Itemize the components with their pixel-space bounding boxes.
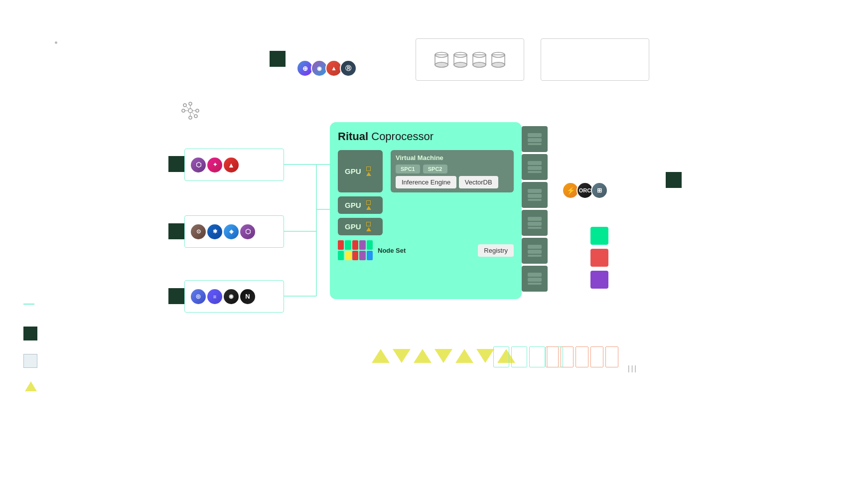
swatch-purple	[590, 271, 608, 289]
svg-rect-34	[528, 166, 542, 170]
bottom-right-dots: |||	[628, 364, 638, 373]
svg-point-15	[435, 62, 448, 67]
node-set-label: Node Set	[378, 247, 406, 254]
svg-rect-46	[528, 278, 542, 282]
svg-point-3	[182, 109, 185, 112]
vm-box: Virtual Machine SPC1 SPC2 Inference Engi…	[391, 150, 514, 192]
server-stack-box-1	[416, 38, 524, 81]
svg-rect-37	[528, 194, 542, 198]
swatch-red	[590, 249, 608, 267]
svg-rect-32	[528, 143, 542, 145]
ritual-coprocessor-box: Ritual Coprocessor GPU Virtual Machine S…	[330, 122, 522, 299]
node-row-box-2: ⊙ ✱ ◈ ⬡	[184, 215, 284, 248]
bottom-rect-group-2	[546, 346, 618, 367]
svg-point-18	[454, 62, 467, 67]
node-row-box-3: ◎ ≡ ◉ N	[184, 280, 284, 313]
svg-point-6	[194, 115, 197, 118]
vectordb-btn: VectorDB	[459, 176, 498, 188]
svg-rect-39	[528, 217, 542, 221]
far-left-square	[23, 327, 37, 340]
gpu-block-3: GPU	[338, 218, 383, 235]
svg-point-24	[492, 62, 505, 67]
svg-rect-47	[528, 283, 542, 285]
coprocessor-title: Ritual Coprocessor	[338, 130, 514, 143]
row-marker-2	[168, 223, 184, 239]
h-line-left	[23, 304, 34, 305]
svg-point-21	[473, 62, 486, 67]
spc2-btn: SPC2	[423, 165, 447, 173]
svg-rect-38	[528, 199, 542, 201]
top-icon-cluster: ⊕ ◉ ▲ Ⓡ	[296, 60, 357, 77]
svg-rect-41	[528, 227, 542, 229]
svg-rect-45	[528, 273, 542, 277]
network-hub-icon	[180, 101, 200, 123]
row-marker-3	[168, 288, 184, 304]
far-left-outlined-square	[23, 354, 37, 368]
far-right-square	[666, 172, 682, 188]
svg-rect-33	[528, 161, 542, 165]
color-swatches	[590, 227, 608, 289]
svg-rect-31	[528, 138, 542, 142]
gpu-block-2: GPU	[338, 196, 383, 214]
far-left-triangle	[25, 381, 37, 391]
svg-point-2	[189, 116, 192, 119]
svg-rect-35	[528, 171, 542, 173]
svg-point-5	[183, 104, 186, 107]
svg-rect-36	[528, 189, 542, 193]
node-set-row: Node Set Registry	[338, 240, 514, 260]
gpu-block-1: GPU	[338, 150, 383, 192]
svg-point-4	[196, 109, 199, 112]
svg-rect-42	[528, 245, 542, 249]
swatch-green	[590, 227, 608, 245]
row-marker-1	[168, 156, 184, 172]
top-green-square	[270, 51, 286, 67]
node-grid	[338, 240, 373, 260]
node-row-box-1: ⬡ ✦ ▲	[184, 149, 284, 181]
inference-engine-btn: Inference Engine	[396, 176, 456, 188]
gpu-server-stack	[522, 126, 548, 292]
server-stack-box-2	[541, 38, 649, 81]
svg-line-11	[186, 107, 189, 109]
svg-rect-43	[528, 250, 542, 254]
svg-rect-44	[528, 255, 542, 257]
svg-rect-30	[528, 133, 542, 137]
registry-btn: Registry	[478, 244, 514, 257]
svg-rect-40	[528, 222, 542, 226]
svg-point-1	[189, 102, 192, 105]
svg-line-12	[192, 112, 194, 115]
right-icon-cluster: ⚡ ORC ⊞	[562, 182, 608, 199]
spc1-btn: SPC1	[396, 165, 420, 173]
svg-point-0	[188, 109, 192, 113]
top-dot	[55, 41, 57, 44]
